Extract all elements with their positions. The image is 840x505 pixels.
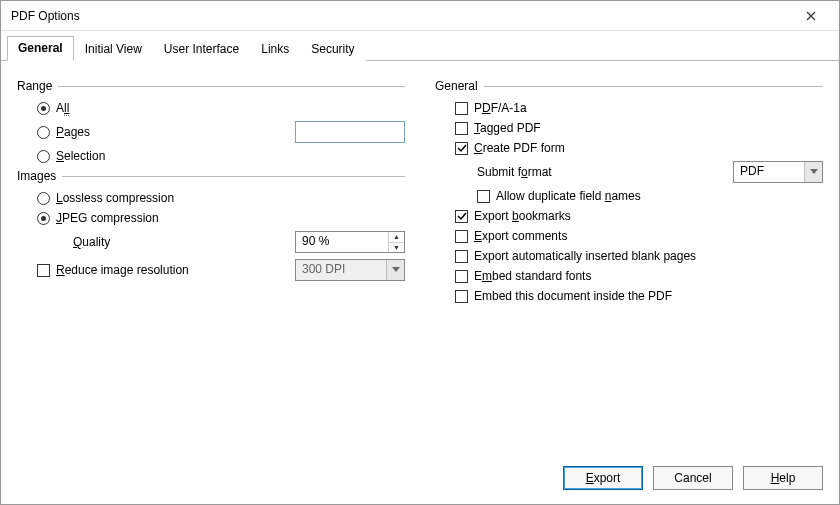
- radio-pages[interactable]: [37, 126, 50, 139]
- reduce-label: Reduce image resolution: [56, 263, 189, 277]
- left-column: Range All Pages Selection Images: [17, 73, 405, 456]
- dup-row[interactable]: Allow duplicate field names: [435, 189, 823, 203]
- quality-up[interactable]: ▲: [389, 232, 404, 243]
- group-images-label: Images: [17, 169, 62, 183]
- radio-all-row[interactable]: All: [17, 101, 405, 115]
- chevron-down-icon: [386, 260, 404, 280]
- submit-label: Submit format: [477, 165, 552, 179]
- checkbox-pdfa[interactable]: [455, 102, 468, 115]
- pdf-options-dialog: PDF Options General Initial View User In…: [0, 0, 840, 505]
- radio-lossless[interactable]: [37, 192, 50, 205]
- embeddoc-row[interactable]: Embed this document inside the PDF: [435, 289, 823, 303]
- tagged-label: Tagged PDF: [474, 121, 541, 135]
- submit-format-combo[interactable]: PDF: [733, 161, 823, 183]
- group-range-header: Range: [17, 79, 405, 93]
- comments-label: Export comments: [474, 229, 567, 243]
- radio-jpeg[interactable]: [37, 212, 50, 225]
- form-label: Create PDF form: [474, 141, 565, 155]
- reduce-row[interactable]: Reduce image resolution 300 DPI: [17, 259, 405, 281]
- embed-label: Embed standard fonts: [474, 269, 591, 283]
- checkbox-create-form[interactable]: [455, 142, 468, 155]
- window-title: PDF Options: [11, 9, 791, 23]
- pages-input[interactable]: [295, 121, 405, 143]
- group-general-label: General: [435, 79, 484, 93]
- chevron-down-icon: [804, 162, 822, 182]
- radio-selection[interactable]: [37, 150, 50, 163]
- cancel-button[interactable]: Cancel: [653, 466, 733, 490]
- radio-selection-label: Selection: [56, 149, 105, 163]
- radio-jpeg-row[interactable]: JPEG compression: [17, 211, 405, 225]
- radio-all[interactable]: [37, 102, 50, 115]
- radio-selection-row[interactable]: Selection: [17, 149, 405, 163]
- bookmarks-label: Export bookmarks: [474, 209, 571, 223]
- quality-down[interactable]: ▼: [389, 243, 404, 253]
- form-row[interactable]: Create PDF form: [435, 141, 823, 155]
- pdfa-row[interactable]: PDF/A-1a: [435, 101, 823, 115]
- quality-label: Quality: [73, 235, 110, 249]
- dup-label: Allow duplicate field names: [496, 189, 641, 203]
- help-button[interactable]: Help: [743, 466, 823, 490]
- submit-format-value: PDF: [734, 162, 804, 182]
- close-button[interactable]: [791, 2, 831, 30]
- checkbox-embed-fonts[interactable]: [455, 270, 468, 283]
- tabstrip: General Initial View User Interface Link…: [1, 31, 839, 61]
- checkbox-duplicate-names[interactable]: [477, 190, 490, 203]
- tab-initial-view[interactable]: Initial View: [74, 37, 153, 61]
- comments-row[interactable]: Export comments: [435, 229, 823, 243]
- group-general-header: General: [435, 79, 823, 93]
- bookmarks-row[interactable]: Export bookmarks: [435, 209, 823, 223]
- checkbox-blank-pages[interactable]: [455, 250, 468, 263]
- embed-row[interactable]: Embed standard fonts: [435, 269, 823, 283]
- group-range-label: Range: [17, 79, 58, 93]
- checkbox-comments[interactable]: [455, 230, 468, 243]
- radio-pages-row[interactable]: Pages: [17, 121, 405, 143]
- quality-row: Quality 90 % ▲ ▼: [17, 231, 405, 253]
- quality-value[interactable]: 90 %: [296, 232, 388, 252]
- checkbox-bookmarks[interactable]: [455, 210, 468, 223]
- group-images-header: Images: [17, 169, 405, 183]
- submit-row: Submit format PDF: [435, 161, 823, 183]
- blank-label: Export automatically inserted blank page…: [474, 249, 696, 263]
- radio-pages-label: Pages: [56, 125, 90, 139]
- right-column: General PDF/A-1a Tagged PDF Create PDF f…: [435, 73, 823, 456]
- tab-security[interactable]: Security: [300, 37, 365, 61]
- quality-spinner[interactable]: 90 % ▲ ▼: [295, 231, 405, 253]
- tab-content: Range All Pages Selection Images: [1, 61, 839, 456]
- dpi-value: 300 DPI: [296, 260, 386, 280]
- radio-lossless-row[interactable]: Lossless compression: [17, 191, 405, 205]
- tab-links[interactable]: Links: [250, 37, 300, 61]
- titlebar: PDF Options: [1, 1, 839, 31]
- radio-jpeg-label: JPEG compression: [56, 211, 159, 225]
- button-bar: Export Cancel Help: [1, 456, 839, 504]
- checkbox-embed-document[interactable]: [455, 290, 468, 303]
- checkbox-tagged[interactable]: [455, 122, 468, 135]
- embeddoc-label: Embed this document inside the PDF: [474, 289, 672, 303]
- radio-all-label: All: [56, 101, 69, 115]
- checkbox-reduce-resolution[interactable]: [37, 264, 50, 277]
- pdfa-label: PDF/A-1a: [474, 101, 527, 115]
- radio-lossless-label: Lossless compression: [56, 191, 174, 205]
- export-button[interactable]: Export: [563, 466, 643, 490]
- tagged-row[interactable]: Tagged PDF: [435, 121, 823, 135]
- tab-general[interactable]: General: [7, 36, 74, 61]
- tab-user-interface[interactable]: User Interface: [153, 37, 250, 61]
- blank-row[interactable]: Export automatically inserted blank page…: [435, 249, 823, 263]
- close-icon: [806, 11, 816, 21]
- dpi-combo[interactable]: 300 DPI: [295, 259, 405, 281]
